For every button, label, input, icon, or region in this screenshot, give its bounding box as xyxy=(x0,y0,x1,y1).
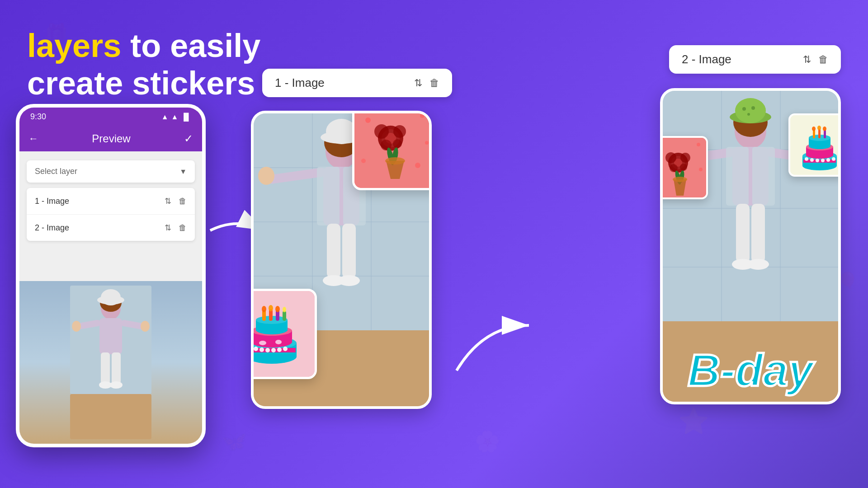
svg-point-77 xyxy=(259,347,264,352)
svg-point-10 xyxy=(101,289,121,305)
battery-icon: ▐▌ xyxy=(181,113,191,121)
layer-1-move-icon[interactable]: ⇅ xyxy=(165,196,171,206)
svg-point-115 xyxy=(680,164,687,171)
svg-point-7 xyxy=(72,321,81,332)
svg-point-145 xyxy=(832,157,835,161)
svg-point-112 xyxy=(665,152,676,163)
right-pill-actions: ⇅ 🗑 xyxy=(803,54,828,66)
headline-highlight: layers xyxy=(27,28,121,64)
layer-1-delete-icon[interactable]: 🗑 xyxy=(179,197,187,206)
svg-point-50 xyxy=(415,163,420,168)
middle-delete-icon[interactable]: 🗑 xyxy=(429,77,439,89)
svg-point-107 xyxy=(747,259,769,270)
status-time: 9:30 xyxy=(30,112,46,122)
svg-point-72 xyxy=(262,306,266,312)
cake-svg xyxy=(251,291,315,377)
layer-list: 1 - Image ⇅ 🗑 2 - Image ⇅ 🗑 xyxy=(27,188,195,241)
svg-rect-35 xyxy=(342,224,356,278)
svg-point-99 xyxy=(742,107,746,111)
right-layer-name: 2 - Image xyxy=(682,52,731,66)
bday-text: B-day xyxy=(688,345,813,395)
svg-rect-105 xyxy=(751,204,765,263)
svg-point-143 xyxy=(821,159,825,162)
back-button[interactable]: ← xyxy=(28,133,38,145)
layer-2-move-icon[interactable]: ⇅ xyxy=(165,223,171,233)
svg-point-14 xyxy=(110,381,123,389)
select-layer-label: Select layer xyxy=(35,167,77,176)
svg-point-43 xyxy=(393,125,406,138)
layer-1-actions: ⇅ 🗑 xyxy=(165,196,187,206)
phone-image-area xyxy=(19,281,202,444)
svg-point-8 xyxy=(141,321,150,332)
svg-point-117 xyxy=(697,143,700,146)
svg-point-101 xyxy=(747,113,750,116)
svg-point-66 xyxy=(259,341,266,345)
phone-left-mockup: 9:30 ▲ ▲ ▐▌ ← Preview ✓ Select layer ▼ 1 xyxy=(16,104,206,447)
svg-point-138 xyxy=(817,126,821,130)
svg-point-49 xyxy=(361,159,366,163)
svg-point-81 xyxy=(283,347,288,351)
svg-point-80 xyxy=(277,347,282,352)
toolbar-title: Preview xyxy=(92,132,130,145)
svg-rect-71 xyxy=(283,311,286,321)
dropdown-arrow-icon: ▼ xyxy=(179,168,187,176)
svg-point-78 xyxy=(265,348,270,352)
right-delete-icon[interactable]: 🗑 xyxy=(818,54,828,66)
middle-move-icon[interactable]: ⇅ xyxy=(414,77,422,89)
signal-icon: ▲ xyxy=(171,113,178,121)
svg-rect-12 xyxy=(112,352,121,384)
svg-rect-102 xyxy=(726,147,749,206)
svg-rect-104 xyxy=(736,204,750,263)
layer-1-name: 1 - Image xyxy=(35,197,69,206)
svg-point-142 xyxy=(816,159,819,162)
svg-point-46 xyxy=(365,117,371,123)
roses-svg xyxy=(354,111,432,188)
layer-item-2[interactable]: 2 - Image ⇅ 🗑 xyxy=(27,215,195,241)
phone-middle-inner xyxy=(254,113,429,406)
svg-point-100 xyxy=(751,106,755,110)
middle-pill-actions: ⇅ 🗑 xyxy=(414,77,439,89)
middle-layer-pill-container: 1 - Image ⇅ 🗑 xyxy=(262,69,452,106)
svg-point-73 xyxy=(269,305,273,311)
status-icons: ▲ ▲ ▐▌ xyxy=(161,113,191,121)
cake-sticker xyxy=(251,289,317,379)
phone-toolbar: ← Preview ✓ xyxy=(19,126,202,151)
svg-rect-34 xyxy=(327,224,340,278)
svg-point-75 xyxy=(283,307,286,312)
bday-text-container: B-day xyxy=(667,347,834,393)
svg-point-42 xyxy=(374,124,389,139)
layer-2-delete-icon[interactable]: 🗑 xyxy=(179,223,187,233)
svg-point-76 xyxy=(254,347,258,351)
layer-2-actions: ⇅ 🗑 xyxy=(165,223,187,233)
phone-right-inner: B-day xyxy=(663,91,838,402)
svg-point-54 xyxy=(385,157,405,164)
arrow-2 xyxy=(448,307,538,380)
layer-2-name: 2 - Image xyxy=(35,223,69,233)
roses-sticker xyxy=(352,111,432,190)
right-rose-sticker xyxy=(660,136,708,199)
svg-point-137 xyxy=(812,127,816,131)
svg-point-47 xyxy=(420,113,425,118)
svg-point-48 xyxy=(425,141,429,145)
svg-rect-4 xyxy=(99,318,122,354)
svg-point-122 xyxy=(673,177,687,182)
phone-status-bar: 9:30 ▲ ▲ ▐▌ xyxy=(19,108,202,126)
right-cake-sticker xyxy=(788,113,841,177)
svg-point-13 xyxy=(99,381,112,389)
svg-point-45 xyxy=(393,139,402,148)
svg-point-140 xyxy=(805,157,808,161)
svg-point-144 xyxy=(826,158,830,162)
svg-rect-1 xyxy=(70,394,151,439)
svg-point-28 xyxy=(258,167,274,185)
middle-layer-pill: 1 - Image ⇅ 🗑 xyxy=(262,69,452,97)
right-move-icon[interactable]: ⇅ xyxy=(803,54,811,66)
phone-right: B-day xyxy=(660,88,841,404)
layer-item-1[interactable]: 1 - Image ⇅ 🗑 xyxy=(27,188,195,215)
right-layer-pill-container: 2 - Image ⇅ 🗑 xyxy=(669,45,841,83)
svg-point-98 xyxy=(735,98,766,123)
svg-point-113 xyxy=(680,153,690,163)
select-layer-dropdown[interactable]: Select layer ▼ xyxy=(27,160,195,183)
check-button[interactable]: ✓ xyxy=(184,132,193,145)
right-layer-pill: 2 - Image ⇅ 🗑 xyxy=(669,45,841,74)
svg-point-67 xyxy=(275,340,282,344)
